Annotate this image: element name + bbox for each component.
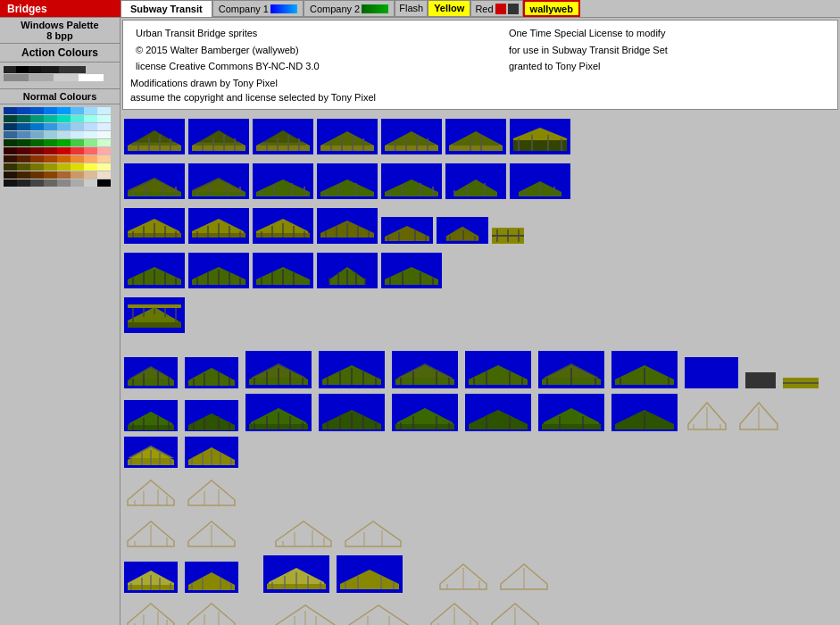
strip-yellow <box>4 163 111 171</box>
b-outline-13 <box>428 598 481 626</box>
action-colours-label: Action Colours <box>0 44 120 62</box>
b-sprite-1-10 <box>745 372 776 388</box>
sprite-3-6 <box>437 217 488 244</box>
sprite-2-7 <box>510 163 570 199</box>
bottom-sprites <box>121 347 840 626</box>
tab-subway-transit[interactable]: Subway Transit <box>121 0 212 17</box>
section-sep-1 <box>121 340 840 347</box>
tab-company2[interactable]: Company 2 <box>304 0 395 17</box>
red-label: Red <box>475 4 493 14</box>
sprite-2-6 <box>445 163 506 199</box>
b-sprite-1-5 <box>392 351 458 388</box>
tab-company1[interactable]: Company 1 <box>212 0 304 17</box>
svg-marker-308 <box>188 480 235 505</box>
b-sprite-2-1 <box>124 400 178 431</box>
strip-red1 <box>4 147 111 154</box>
strip-ltblue <box>4 123 111 130</box>
action-swatches <box>0 62 120 85</box>
b-outline-2 <box>185 473 238 509</box>
sprite-2-5 <box>381 163 442 199</box>
sprites-area <box>121 112 840 340</box>
b-sprite-2-3 <box>245 394 312 431</box>
sw-white <box>79 74 104 81</box>
sprite-row-2 <box>124 160 836 203</box>
b-sprite-1-7 <box>538 351 604 388</box>
tab-yellow[interactable]: Yellow <box>428 0 470 17</box>
sprite-2-3 <box>253 163 313 199</box>
info-cell-2b: for use in Subway Transit Bridge Set <box>505 43 828 58</box>
svg-marker-364 <box>188 604 235 626</box>
info-row1: Urban Transit Bridge sprites One Time Sp… <box>132 26 828 41</box>
svg-marker-44 <box>513 140 567 151</box>
strip-green1 <box>4 139 111 146</box>
info-table: Urban Transit Bridge sprites One Time Sp… <box>130 24 830 76</box>
b-outline-8 <box>497 557 551 593</box>
sprite-1-4 <box>317 119 378 154</box>
b-sprite-6-3 <box>263 555 329 593</box>
sprite-row-1 <box>124 115 836 158</box>
info-cell-1b: One Time Special License to modify <box>505 26 828 41</box>
company1-color-bar <box>270 4 297 13</box>
b-sprite-6-4 <box>337 555 403 593</box>
sw-dark5 <box>59 66 86 73</box>
sw-dark2 <box>16 66 29 73</box>
svg-rect-232 <box>685 357 738 388</box>
company2-label: Company 2 <box>310 4 360 14</box>
svg-rect-174 <box>128 304 181 308</box>
info-box: Urban Transit Bridge sprites One Time Sp… <box>122 20 838 110</box>
sidebar: Windows Palette 8 bpp Action Colours <box>0 18 121 625</box>
b-outline-9 <box>124 598 178 626</box>
b-sprite-1-9 <box>685 357 738 388</box>
bottom-row-2 <box>124 394 836 431</box>
b-sprite-3-2 <box>185 437 238 468</box>
sprite-3-7 <box>492 228 524 244</box>
b-sprite-2-2 <box>185 400 238 431</box>
tab-flash[interactable]: Flash <box>395 0 428 17</box>
strip-gray1 <box>4 179 111 187</box>
top-bar: Bridges Subway Transit Company 1 Company… <box>0 0 840 18</box>
b-sprite-1-8 <box>611 351 678 388</box>
b-sprite-6-1 <box>124 562 178 593</box>
b-sprite-3-1 <box>124 437 178 468</box>
b-outline-7 <box>437 557 490 593</box>
sprite-3-2 <box>188 208 249 244</box>
sw-gray3 <box>54 74 79 81</box>
bottom-row-6 <box>124 555 836 593</box>
normal-colours-label: Normal Colours <box>0 88 120 104</box>
b-sprite-6-2 <box>185 562 238 593</box>
b-sprite-1-3 <box>245 351 312 388</box>
b-sprite-1-1 <box>124 357 178 388</box>
sprite-1-7 <box>510 119 570 154</box>
palette-subtitle: 8 bpp <box>2 30 118 41</box>
app-title: Bridges <box>0 0 121 17</box>
b-outline-1 <box>124 473 178 509</box>
red-swatch <box>495 4 506 14</box>
b-outline-4 <box>185 514 238 550</box>
strip-teal <box>4 115 111 122</box>
b-sprite-2-10 <box>736 394 781 431</box>
svg-marker-317 <box>276 521 331 546</box>
info-line4: Modifications drawn by Tony Pixel <box>130 76 830 91</box>
sprite-row-3 <box>124 204 836 247</box>
sprite-row-4 <box>124 249 836 292</box>
sprite-2-1 <box>124 163 185 199</box>
sprite-3-5 <box>381 217 433 244</box>
bottom-row-5 <box>124 514 836 550</box>
tab-red[interactable]: Red <box>470 0 522 17</box>
info-row2: © 2015 Walter Bamberger (wallyweb) for u… <box>132 43 828 58</box>
sprite-1-5 <box>381 119 442 154</box>
b-outline-10 <box>185 598 238 626</box>
strip-cyan <box>4 107 111 114</box>
b-sprite-1-11 <box>783 378 819 388</box>
b-sprite-1-6 <box>465 351 531 388</box>
sprite-4-5 <box>381 253 442 288</box>
tab-wallyweb[interactable]: wallyweb <box>523 0 580 17</box>
info-cell-2a: © 2015 Walter Bamberger (wallyweb) <box>132 43 503 58</box>
strip-orange <box>4 155 111 162</box>
sprite-3-4 <box>317 208 378 244</box>
sw-dark1 <box>4 66 16 73</box>
main-area: Windows Palette 8 bpp Action Colours <box>0 18 840 625</box>
sw-gray2 <box>29 74 54 81</box>
sprite-5-1 <box>124 297 185 333</box>
sw-dark3 <box>29 66 41 73</box>
